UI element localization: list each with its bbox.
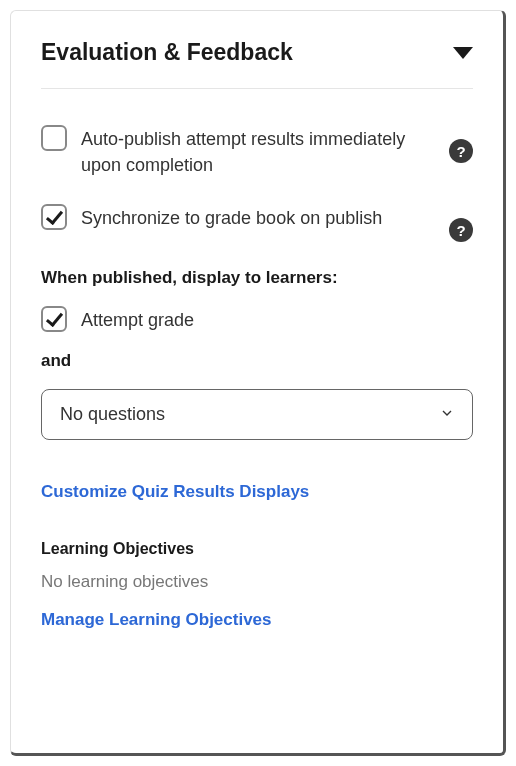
manage-objectives-link[interactable]: Manage Learning Objectives [41, 610, 272, 630]
attempt-grade-checkbox[interactable] [41, 306, 67, 332]
collapse-caret-icon[interactable] [453, 47, 473, 59]
help-icon[interactable]: ? [449, 218, 473, 242]
auto-publish-label: Auto-publish attempt results immediately… [81, 125, 449, 178]
attempt-grade-label: Attempt grade [81, 306, 473, 333]
evaluation-feedback-panel: Evaluation & Feedback Auto-publish attem… [10, 10, 506, 756]
and-label: and [41, 351, 473, 371]
learning-objectives-heading: Learning Objectives [41, 540, 473, 558]
sync-gradebook-checkbox[interactable] [41, 204, 67, 230]
panel-header[interactable]: Evaluation & Feedback [41, 39, 473, 89]
attempt-grade-row: Attempt grade [41, 306, 473, 333]
learning-objectives-empty: No learning objectives [41, 572, 473, 592]
questions-select-wrap: No questions [41, 389, 473, 440]
display-to-learners-heading: When published, display to learners: [41, 268, 473, 288]
auto-publish-checkbox[interactable] [41, 125, 67, 151]
sync-gradebook-row: Synchronize to grade book on publish ? [41, 204, 473, 242]
customize-results-link[interactable]: Customize Quiz Results Displays [41, 482, 309, 502]
panel-title: Evaluation & Feedback [41, 39, 293, 66]
help-icon[interactable]: ? [449, 139, 473, 163]
auto-publish-row: Auto-publish attempt results immediately… [41, 125, 473, 178]
sync-gradebook-label: Synchronize to grade book on publish [81, 204, 449, 231]
questions-select[interactable]: No questions [41, 389, 473, 440]
